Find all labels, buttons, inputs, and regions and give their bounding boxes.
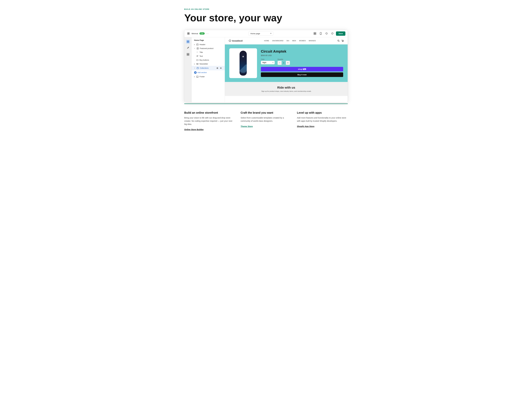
buy-now-button[interactable]: Buy it now (261, 72, 343, 77)
search-icon[interactable] (337, 40, 340, 42)
svg-rect-29 (197, 59, 198, 61)
card-brand: Craft the brand you want Select from cus… (241, 111, 291, 131)
preview-area: SnowDevil HOME SNOWBOARD SKI MEN WOMEN B… (225, 37, 347, 102)
product-section: Circuit Amptek $500.00 USD Color Night W… (225, 44, 347, 82)
tree-item-featured-product-label: Featured product (200, 47, 214, 49)
chevron-right-icon-3: ▶ (194, 76, 195, 77)
chevron-down-icon-2: ▼ (194, 67, 195, 69)
card-brand-title: Craft the brand you want (241, 111, 291, 114)
back-nav-icon[interactable] (187, 32, 190, 35)
svg-rect-2 (187, 34, 188, 35)
live-badge: Live (200, 32, 205, 35)
svg-point-41 (338, 40, 339, 41)
qty-decrease-button[interactable]: − (278, 61, 281, 65)
tree-item-newsletter-label: Newsletter (200, 63, 208, 65)
nav-men[interactable]: MEN (292, 40, 296, 42)
undo-button[interactable] (324, 31, 329, 36)
nav-snowboard[interactable]: SNOWBOARD (272, 40, 283, 42)
editor-shell: Minimal Live ··· Home page About Contact… (184, 30, 348, 102)
eyebrow-label: BUILD AN ONLINE STORE (184, 8, 348, 10)
shop-pay-pay: Pay (303, 68, 306, 70)
save-button[interactable]: Save (336, 31, 345, 36)
nav-brands[interactable]: BRANDS (309, 40, 316, 42)
tree-item-title[interactable]: T Title (192, 50, 225, 54)
title-icon: T (196, 51, 199, 53)
card-storefront-desc: Bring your vision to life with our drag-… (184, 116, 235, 126)
visibility-toggle-button[interactable] (216, 67, 219, 70)
nav-women[interactable]: WOMEN (299, 40, 306, 42)
tree-item-newsletter[interactable]: ▶ Newsletter (192, 62, 225, 66)
redo-button[interactable] (330, 31, 335, 36)
svg-rect-10 (187, 41, 188, 42)
shop-pay-button[interactable]: shop Pay (261, 67, 343, 72)
card-apps-title: Level up with apps (297, 111, 348, 114)
svg-rect-31 (197, 68, 199, 69)
editor-topbar: Minimal Live ··· Home page About Contact… (185, 30, 347, 37)
nav-ski[interactable]: SKI (287, 40, 289, 42)
card-storefront-link[interactable]: Online Store Builder (184, 129, 204, 131)
tree-item-header-label: Header (200, 44, 206, 45)
tree-item-text[interactable]: Text (192, 54, 225, 58)
svg-rect-17 (187, 55, 188, 56)
svg-rect-3 (189, 34, 189, 35)
chevron-down-icon: ▼ (194, 48, 195, 49)
topbar-more-button[interactable]: ··· (206, 32, 209, 35)
svg-rect-19 (197, 44, 198, 45)
collections-icon (197, 67, 199, 69)
svg-rect-6 (314, 34, 315, 35)
card-storefront-title: Build an online storefront (184, 111, 235, 114)
store-nav-links: HOME SNOWBOARD SKI MEN WOMEN BRANDS (264, 40, 316, 42)
quantity-control: − 1 + (278, 61, 290, 65)
add-section-label: Add section (197, 72, 207, 73)
card-apps-link[interactable]: Shopify App Store (297, 125, 314, 128)
svg-rect-4 (314, 32, 315, 33)
snowboard-image (240, 51, 247, 76)
store-logo-text: SnowDevil (232, 40, 243, 42)
topbar-center: Home page About Contact Products (211, 32, 311, 36)
svg-rect-13 (188, 42, 189, 43)
sidebar-customize-icon[interactable] (186, 46, 190, 50)
qty-increase-button[interactable]: + (286, 61, 290, 65)
buy-buttons-icon (196, 59, 199, 61)
card-apps-desc: Add more features and functionality to y… (297, 116, 348, 123)
header-section-icon (196, 44, 199, 46)
tree-item-header[interactable]: ▶ Header (192, 43, 225, 46)
tree-item-footer[interactable]: ▶ Footer (192, 75, 225, 79)
svg-rect-5 (315, 32, 316, 33)
nav-home[interactable]: HOME (264, 40, 269, 42)
topbar-left: Minimal Live ··· (187, 32, 209, 35)
quantity-option-group: Quantity − 1 + (278, 58, 290, 65)
topbar-right: Save (313, 31, 345, 36)
mountain-overlay (240, 65, 247, 73)
text-icon (196, 55, 199, 57)
svg-rect-38 (197, 76, 198, 78)
sidebar-apps-icon[interactable] (186, 52, 190, 57)
svg-text:T: T (197, 52, 198, 53)
product-price: $500.00 USD (261, 54, 343, 57)
tree-item-featured-product[interactable]: ▼ Featured product (192, 46, 225, 50)
sidebar-sections-icon[interactable] (186, 39, 190, 44)
plus-icon (194, 71, 197, 74)
page-select[interactable]: Home page About Contact Products (248, 32, 273, 36)
store-nav-right (337, 40, 344, 42)
product-name: Circuit Amptek (261, 49, 343, 54)
product-image-box (229, 48, 257, 78)
customize-icon-button[interactable] (313, 31, 317, 36)
mobile-preview-button[interactable] (318, 31, 323, 36)
qty-value: 1 (281, 61, 286, 65)
svg-point-32 (217, 68, 218, 68)
cart-icon[interactable] (341, 40, 344, 42)
svg-point-44 (343, 41, 343, 42)
card-brand-link[interactable]: Theme Store (241, 125, 253, 128)
drag-handle-button[interactable] (219, 67, 222, 70)
svg-rect-0 (187, 33, 188, 33)
tree-page-label: Home Page (192, 39, 225, 43)
tree-item-collections[interactable]: ▼ Collections (192, 66, 225, 70)
tree-item-buy-buttons[interactable]: Buy buttons (192, 58, 225, 62)
editor-body: Home Page ▶ Header ▼ Featured product (185, 37, 347, 102)
color-select[interactable]: Night White Blue (261, 61, 275, 64)
card-storefront: Build an online storefront Bring your vi… (184, 111, 235, 131)
card-brand-desc: Select from customizable templates creat… (241, 116, 291, 123)
shop-pay-label: shop (298, 68, 302, 70)
add-section-row[interactable]: Add section (192, 70, 225, 75)
